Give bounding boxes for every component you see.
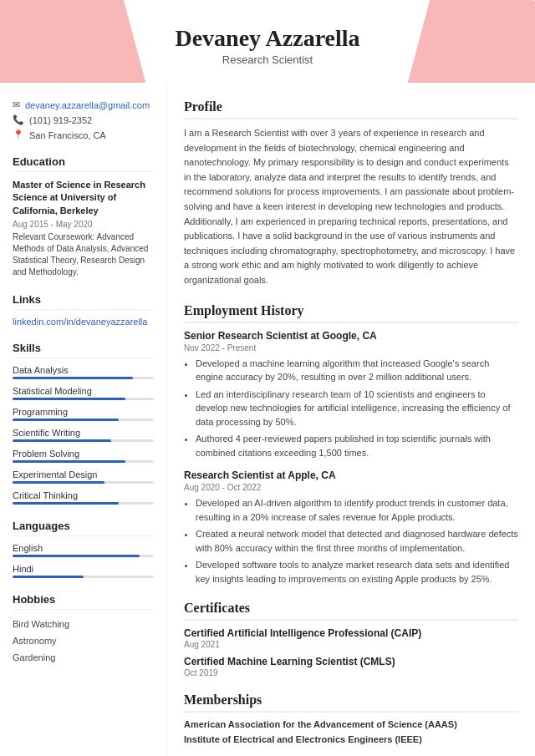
skill-bar-bg [13, 398, 154, 400]
job-date: Aug 2020 - Oct 2022 [184, 483, 518, 492]
language-item: English [13, 543, 154, 557]
languages-section: Languages English Hindi [13, 520, 154, 578]
skill-name: Programming [13, 407, 154, 417]
skill-bar-fill [13, 377, 133, 379]
resume-container: Devaney Azzarella Research Scientist ✉ d… [0, 0, 535, 756]
skill-bar-bg [13, 481, 154, 484]
membership-item: American Association for the Advancement… [184, 719, 518, 729]
certificates-section: Certificates Certified Artificial Intell… [184, 601, 518, 677]
certificates-section-title: Certificates [184, 601, 518, 621]
skill-name: Scientific Writing [13, 428, 154, 438]
language-name: English [13, 543, 154, 553]
skill-item: Statistical Modeling [13, 386, 154, 400]
skill-bar-bg [13, 377, 154, 379]
job-entry: Senior Research Scientist at Google, CA … [184, 330, 518, 460]
job-bullet: Led an interdisciplinary research team o… [196, 388, 518, 429]
skills-list: Data Analysis Statistical Modeling Progr… [13, 365, 154, 505]
job-bullets: Developed a machine learning algorithm t… [184, 357, 518, 460]
location-icon: 📍 [13, 129, 24, 140]
skill-bar-fill [13, 481, 104, 484]
skill-item: Problem Solving [13, 449, 154, 463]
job-bullet: Developed a machine learning algorithm t… [196, 357, 518, 384]
skill-item: Critical Thinking [13, 490, 154, 505]
employment-section-title: Employment History [184, 303, 518, 323]
education-coursework: Relevant Coursework: Advanced Methods of… [13, 231, 154, 278]
languages-list: English Hindi [13, 543, 154, 578]
certs-list: Certified Artificial Intelligence Profes… [184, 627, 518, 677]
profile-section-title: Profile [184, 99, 518, 119]
hobby-item: Gardening [13, 650, 154, 667]
languages-title: Languages [13, 520, 154, 536]
memberships-section: Memberships American Association for the… [184, 693, 518, 744]
location-item: 📍 San Francisco, CA [13, 129, 154, 140]
links-section: Links linkedin.com/in/devaneyazzarella [13, 293, 154, 327]
education-date: Aug 2015 - May 2020 [13, 220, 154, 229]
cert-title: Certified Artificial Intelligence Profes… [184, 627, 518, 639]
skill-bar-fill [13, 460, 125, 463]
job-entry: Research Scientist at Apple, CA Aug 2020… [184, 469, 518, 586]
resume-body: ✉ devaney.azzarella@gmail.com 📞 (101) 91… [0, 83, 535, 756]
job-bullet: Developed an AI-driven algorithm to iden… [196, 496, 518, 524]
job-date: Nov 2022 - Present [184, 343, 518, 353]
language-bar-fill [13, 555, 140, 557]
cert-date: Aug 2021 [184, 640, 518, 649]
education-degree: Master of Science in Research Science at… [13, 179, 154, 217]
job-title: Senior Research Scientist at Google, CA [184, 330, 518, 342]
job-bullet: Created a neural network model that dete… [196, 527, 518, 555]
language-item: Hindi [13, 564, 154, 578]
main-content: Profile I am a Research Scientist with o… [167, 83, 535, 756]
email-item: ✉ devaney.azzarella@gmail.com [13, 99, 154, 110]
education-title: Education [13, 155, 154, 172]
jobs-list: Senior Research Scientist at Google, CA … [184, 330, 518, 586]
memberships-section-title: Memberships [184, 693, 518, 713]
linkedin-link[interactable]: linkedin.com/in/devaneyazzarella [13, 317, 154, 327]
language-bar-bg [13, 555, 154, 557]
sidebar: ✉ devaney.azzarella@gmail.com 📞 (101) 91… [0, 83, 167, 756]
phone-text: (101) 919-2352 [29, 115, 92, 125]
profile-section: Profile I am a Research Scientist with o… [184, 99, 518, 288]
skill-bar-fill [13, 502, 119, 505]
skill-bar-bg [13, 502, 154, 505]
cert-title: Certified Machine Learning Scientist (CM… [184, 656, 518, 667]
skill-item: Programming [13, 407, 154, 421]
skill-name: Critical Thinking [13, 490, 154, 500]
skill-name: Experimental Design [13, 469, 154, 479]
hobby-item: Bird Watching [13, 616, 154, 633]
email-text[interactable]: devaney.azzarella@gmail.com [25, 100, 150, 110]
language-bar-bg [13, 576, 154, 578]
memberships-list: American Association for the Advancement… [184, 719, 518, 744]
candidate-name: Devaney Azzarella [17, 25, 518, 52]
hobbies-list: Bird WatchingAstronomyGardening [13, 616, 154, 666]
links-title: Links [13, 293, 154, 310]
membership-item: Institute of Electrical and Electronics … [184, 734, 518, 744]
resume-header: Devaney Azzarella Research Scientist [0, 0, 535, 83]
education-section: Education Master of Science in Research … [13, 155, 154, 278]
skill-item: Experimental Design [13, 469, 154, 484]
skill-bar-fill [13, 419, 119, 421]
skill-bar-bg [13, 439, 154, 442]
skills-title: Skills [13, 342, 154, 358]
skill-bar-fill [13, 439, 111, 442]
cert-date: Oct 2019 [184, 668, 518, 677]
skill-name: Statistical Modeling [13, 386, 154, 396]
skill-name: Data Analysis [13, 365, 154, 375]
contact-section: ✉ devaney.azzarella@gmail.com 📞 (101) 91… [13, 99, 154, 140]
employment-section: Employment History Senior Research Scien… [184, 303, 518, 586]
skill-bar-bg [13, 419, 154, 421]
cert-entry: Certified Machine Learning Scientist (CM… [184, 656, 518, 677]
skill-bar-bg [13, 460, 154, 463]
hobby-item: Astronomy [13, 633, 154, 650]
phone-icon: 📞 [13, 114, 24, 125]
job-title: Research Scientist at Apple, CA [184, 469, 518, 481]
cert-entry: Certified Artificial Intelligence Profes… [184, 627, 518, 649]
job-bullet: Developed software tools to analyze mark… [196, 558, 518, 586]
hobbies-title: Hobbies [13, 593, 154, 610]
phone-item: 📞 (101) 919-2352 [13, 114, 154, 125]
hobbies-section: Hobbies Bird WatchingAstronomyGardening [13, 593, 154, 666]
skill-item: Scientific Writing [13, 428, 154, 442]
skill-name: Problem Solving [13, 449, 154, 459]
job-bullets: Developed an AI-driven algorithm to iden… [184, 496, 518, 586]
email-icon: ✉ [13, 99, 20, 110]
job-bullet: Authored 4 peer-reviewed papers publishe… [196, 432, 518, 459]
candidate-title: Research Scientist [17, 53, 518, 66]
